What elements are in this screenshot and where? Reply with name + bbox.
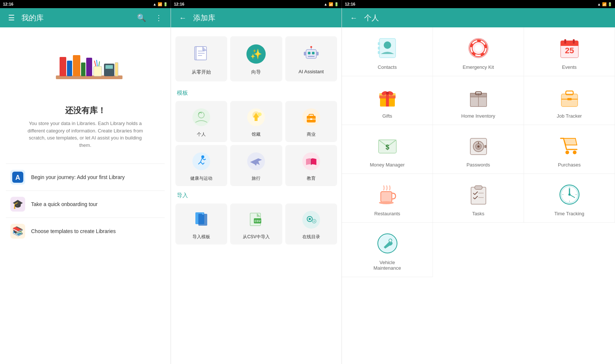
gifts-label: Gifts	[382, 113, 392, 119]
svg-point-55	[302, 211, 320, 229]
svg-rect-63	[378, 47, 380, 50]
tasks-icon	[467, 183, 490, 206]
svg-point-121	[389, 239, 392, 242]
library-emergency[interactable]: Emergency Kit	[433, 27, 524, 76]
import-section-header: 导入	[171, 189, 342, 200]
import-template[interactable]: 导入模板	[175, 203, 227, 245]
library-purchases[interactable]: Purchases	[524, 125, 615, 174]
template-travel[interactable]: 旅行	[230, 145, 282, 186]
import-template-icon	[191, 209, 212, 230]
library-gifts[interactable]: Gifts	[342, 76, 433, 125]
library-grid: Contacts Emergency Kit	[342, 27, 615, 277]
csv-icon: CSV	[246, 209, 266, 230]
template-personal[interactable]: 个人	[175, 101, 227, 142]
svg-rect-98	[484, 145, 487, 148]
svg-rect-24	[308, 52, 310, 54]
svg-rect-11	[105, 65, 113, 69]
travel-icon	[246, 151, 266, 172]
status-icons-1: ▲📶🔋	[153, 2, 168, 6]
svg-rect-77	[386, 93, 389, 107]
library-home-inventory[interactable]: Home Inventory	[433, 76, 524, 125]
template-health[interactable]: 健康与运动	[175, 145, 227, 186]
library-events[interactable]: 25 Events	[524, 27, 615, 76]
svg-rect-2	[67, 61, 72, 76]
import-online[interactable]: 在线目录	[285, 203, 337, 245]
svg-rect-73	[564, 39, 566, 44]
svg-rect-26	[308, 56, 315, 57]
passwords-label: Passwords	[467, 162, 490, 168]
library-job-tracker[interactable]: Job Tracker	[524, 76, 615, 125]
svg-line-9	[99, 61, 100, 66]
library-passwords[interactable]: Passwords	[433, 125, 524, 174]
action-icon-add: A	[10, 170, 25, 185]
ai-icon	[301, 44, 322, 64]
events-icon: 25	[558, 36, 581, 60]
wizard-icon: ✨	[246, 44, 266, 64]
health-label: 健康与运动	[190, 175, 212, 182]
business-icon	[301, 107, 322, 128]
collection-icon	[246, 107, 266, 128]
svg-point-28	[310, 46, 312, 48]
time-tracking-icon	[558, 183, 581, 206]
library-time-tracking[interactable]: Time Tracking	[524, 174, 615, 223]
start-from-scratch[interactable]: 从零开始	[175, 36, 227, 81]
import-grid: 导入模板 CSV 从C	[171, 200, 342, 247]
emergency-label: Emergency Kit	[463, 64, 494, 70]
library-vehicle-maintenance[interactable]: Vehicle Maintenance	[342, 223, 433, 277]
template-business[interactable]: 商业	[285, 101, 337, 142]
svg-point-96	[477, 145, 480, 148]
money-manager-icon: $	[376, 134, 399, 158]
money-manager-label: Money Manager	[370, 162, 405, 168]
svg-rect-62	[378, 42, 380, 45]
search-icon[interactable]: 🔍	[135, 11, 148, 24]
svg-text:$: $	[385, 144, 389, 151]
back-icon-panel3[interactable]: ←	[348, 11, 360, 24]
health-icon	[191, 151, 212, 172]
ai-label: AI Assistant	[299, 69, 324, 74]
events-label: Events	[562, 64, 577, 70]
template-section-header: 模板	[171, 87, 342, 98]
library-restaurants[interactable]: Restaurants	[342, 174, 433, 223]
svg-rect-74	[573, 39, 575, 44]
online-icon	[301, 209, 322, 230]
template-education[interactable]: 教育	[285, 145, 337, 186]
action-label-templates: Choose templates to create Libraries	[31, 228, 116, 234]
library-contacts[interactable]: Contacts	[342, 27, 433, 76]
purchases-icon	[558, 134, 581, 158]
more-icon[interactable]: ⋮	[153, 11, 165, 24]
job-tracker-label: Job Tracker	[557, 113, 582, 119]
action-onboarding-tour[interactable]: 🎓 Take a quick onboarding tour	[6, 191, 165, 218]
import-csv[interactable]: CSV 从CSV中导入	[230, 203, 282, 245]
svg-rect-25	[312, 52, 315, 54]
menu-icon[interactable]: ☰	[6, 11, 17, 24]
svg-rect-1	[60, 57, 66, 76]
passwords-icon	[467, 134, 490, 158]
action-label-tour: Take a quick onboarding tour	[31, 201, 98, 207]
library-money-manager[interactable]: $ Money Manager	[342, 125, 433, 174]
contacts-icon	[376, 36, 399, 60]
purchases-label: Purchases	[558, 162, 581, 168]
svg-rect-40	[310, 118, 312, 120]
svg-rect-90	[567, 98, 572, 100]
import-template-label: 导入模板	[192, 234, 210, 240]
panel2-content: 从零开始 ✨ 向导	[171, 27, 342, 364]
svg-rect-64	[378, 51, 380, 54]
status-icons-2: ▲📶🔋	[324, 2, 339, 6]
start-ai[interactable]: AI Assistant	[285, 36, 337, 81]
csv-label: 从CSV中导入	[243, 234, 270, 240]
svg-rect-23	[306, 50, 316, 58]
home-inventory-label: Home Inventory	[461, 113, 495, 119]
svg-text:CSV: CSV	[255, 219, 261, 223]
svg-rect-101	[381, 192, 392, 202]
action-add-library[interactable]: A Begin your journey: Add your first Lib…	[6, 164, 165, 191]
library-tasks[interactable]: Tasks	[433, 174, 524, 223]
time-3: 12:16	[345, 2, 355, 6]
template-collection[interactable]: 馆藏	[230, 101, 282, 142]
start-wizard[interactable]: ✨ 向导	[230, 36, 282, 81]
back-icon-panel2[interactable]: ←	[177, 11, 189, 24]
time-tracking-label: Time Tracking	[554, 211, 584, 216]
svg-rect-4	[81, 63, 85, 76]
panel3-content: Contacts Emergency Kit	[342, 27, 615, 364]
action-choose-templates[interactable]: 📚 Choose templates to create Libraries	[6, 218, 165, 245]
svg-rect-6	[94, 66, 102, 76]
